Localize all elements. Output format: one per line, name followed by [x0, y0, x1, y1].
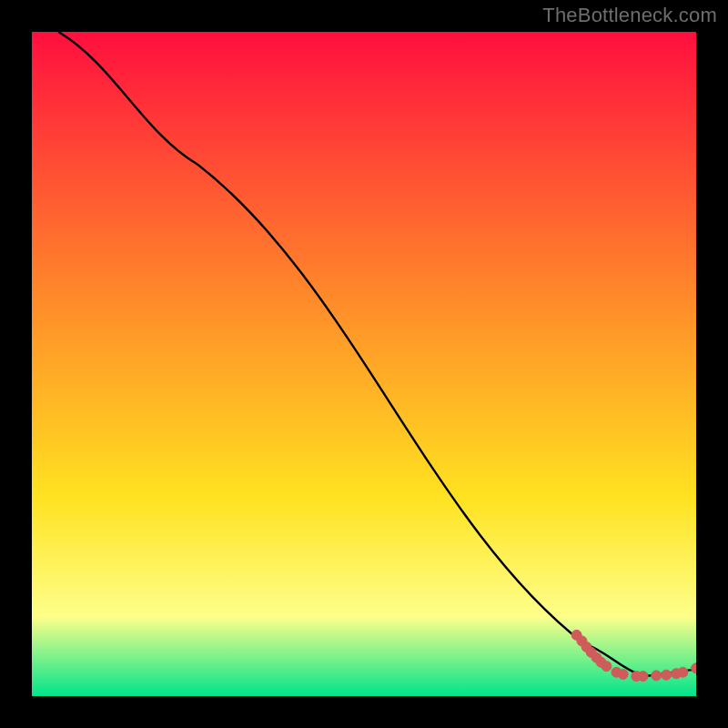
data-marker — [652, 671, 662, 681]
watermark-text: TheBottleneck.com — [542, 4, 717, 27]
data-marker — [638, 672, 648, 682]
chart-frame: TheBottleneck.com — [0, 0, 728, 728]
plot-area — [32, 32, 696, 696]
chart-svg — [32, 32, 696, 696]
data-marker — [678, 667, 688, 677]
data-marker — [662, 670, 672, 680]
data-marker — [618, 669, 628, 679]
data-marker — [602, 662, 612, 672]
